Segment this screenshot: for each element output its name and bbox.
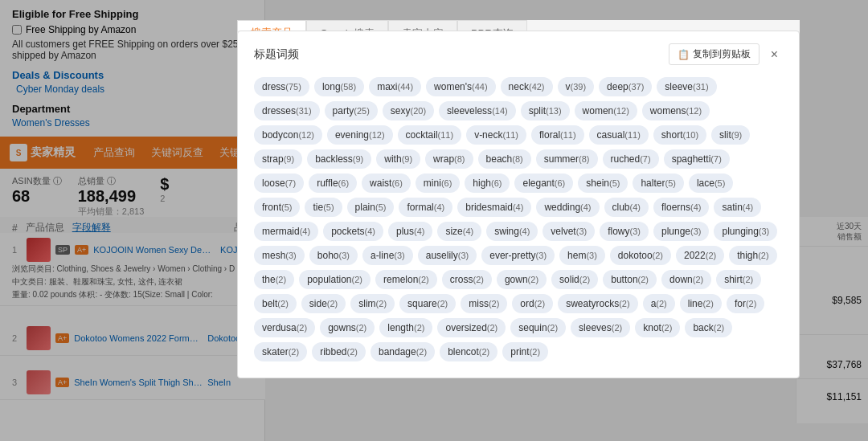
tag-item[interactable]: line(2) [680, 294, 722, 313]
tag-item[interactable]: v-neck(11) [466, 125, 526, 145]
copy-to-clipboard-button[interactable]: 📋 复制到剪贴板 [669, 43, 760, 65]
tag-item[interactable]: print(2) [502, 342, 548, 361]
tag-item[interactable]: slit(9) [711, 125, 750, 145]
tag-item[interactable]: population(2) [299, 270, 371, 289]
tag-item[interactable]: solid(2) [551, 270, 598, 289]
tag-item[interactable]: halter(5) [633, 174, 683, 193]
tag-item[interactable]: wrap(8) [425, 149, 473, 169]
tag-item[interactable]: floral(11) [531, 125, 584, 145]
tag-item[interactable]: shein(5) [578, 174, 628, 193]
tag-item[interactable]: ever-pretty(3) [481, 246, 555, 265]
tag-item[interactable]: neck(42) [501, 77, 553, 96]
tag-item[interactable]: tie(5) [305, 198, 342, 217]
tag-item[interactable]: length(2) [379, 318, 432, 337]
tag-item[interactable]: split(13) [521, 101, 570, 120]
tag-item[interactable]: ord(2) [512, 294, 553, 313]
tag-item[interactable]: down(2) [661, 270, 711, 289]
tag-item[interactable]: casual(11) [589, 125, 649, 145]
tag-item[interactable]: hem(3) [559, 246, 605, 265]
tag-item[interactable]: front(5) [254, 198, 300, 217]
tag-item[interactable]: verdusa(2) [254, 318, 315, 337]
tag-item[interactable]: backless(9) [307, 149, 371, 169]
tag-item[interactable]: cocktail(11) [398, 125, 462, 145]
tag-item[interactable]: side(2) [301, 294, 346, 313]
tag-item[interactable]: plain(5) [347, 198, 395, 217]
tag-item[interactable]: beach(8) [478, 149, 531, 169]
tag-item[interactable]: knot(2) [635, 318, 680, 337]
tag-item[interactable]: long(58) [314, 77, 364, 96]
tag-item[interactable]: cross(2) [442, 270, 492, 289]
tag-item[interactable]: button(2) [603, 270, 657, 289]
tag-item[interactable]: v(39) [558, 77, 595, 96]
tag-item[interactable]: auselily(3) [418, 246, 477, 265]
tag-item[interactable]: size(4) [437, 222, 481, 241]
tag-item[interactable]: high(6) [465, 174, 510, 193]
tag-item[interactable]: pockets(4) [323, 222, 383, 241]
tag-item[interactable]: dresses(31) [254, 101, 320, 120]
tag-item[interactable]: party(25) [325, 101, 378, 120]
tag-item[interactable]: plus(4) [388, 222, 432, 241]
tag-item[interactable]: lace(5) [689, 174, 733, 193]
tag-item[interactable]: spaghetti(7) [664, 149, 730, 169]
tag-item[interactable]: club(4) [604, 198, 649, 217]
tag-item[interactable]: bodycon(12) [254, 125, 322, 145]
tag-item[interactable]: floerns(4) [653, 198, 709, 217]
tag-item[interactable]: maxi(44) [369, 77, 421, 96]
tag-item[interactable]: sequin(2) [510, 318, 566, 337]
tag-item[interactable]: bandage(2) [371, 342, 435, 361]
tag-item[interactable]: gown(2) [497, 270, 547, 289]
tag-item[interactable]: the(2) [254, 270, 294, 289]
tag-item[interactable]: mermaid(4) [254, 222, 318, 241]
tag-item[interactable]: sleeveless(14) [439, 101, 516, 120]
tag-item[interactable]: short(10) [653, 125, 706, 145]
tag-item[interactable]: summer(8) [536, 149, 598, 169]
tag-item[interactable]: mini(6) [416, 174, 460, 193]
tag-item[interactable]: blencot(2) [440, 342, 497, 361]
tag-item[interactable]: wedding(4) [536, 198, 599, 217]
tag-item[interactable]: sweatyrocks(2) [558, 294, 637, 313]
tag-item[interactable]: for(2) [727, 294, 764, 313]
tag-item[interactable]: women's(44) [426, 77, 496, 96]
tag-item[interactable]: elegant(6) [514, 174, 573, 193]
tag-item[interactable]: dress(75) [254, 77, 309, 96]
tag-item[interactable]: plunge(3) [653, 222, 710, 241]
tag-item[interactable]: remelon(2) [375, 270, 437, 289]
tag-item[interactable]: deep(37) [599, 77, 652, 96]
tag-item[interactable]: strap(9) [254, 149, 302, 169]
tag-item[interactable]: oversized(2) [437, 318, 506, 337]
tag-item[interactable]: square(2) [399, 294, 456, 313]
close-button[interactable]: × [766, 46, 783, 63]
tag-item[interactable]: skater(2) [254, 342, 307, 361]
tag-item[interactable]: boho(3) [309, 246, 358, 265]
tag-item[interactable]: slim(2) [350, 294, 395, 313]
tag-item[interactable]: loose(7) [254, 174, 304, 193]
tag-item[interactable]: sleeve(31) [657, 77, 716, 96]
tag-item[interactable]: sleeves(2) [571, 318, 630, 337]
tag-item[interactable]: a-line(3) [362, 246, 413, 265]
tag-item[interactable]: miss(2) [461, 294, 507, 313]
tag-item[interactable]: formal(4) [399, 198, 452, 217]
tag-item[interactable]: satin(4) [714, 198, 761, 217]
tag-item[interactable]: ruched(7) [603, 149, 659, 169]
tag-item[interactable]: dokotoo(2) [610, 246, 671, 265]
tag-item[interactable]: women(12) [575, 101, 637, 120]
tag-item[interactable]: bridesmaid(4) [457, 198, 531, 217]
tag-item[interactable]: mesh(3) [254, 246, 305, 265]
tag-item[interactable]: plunging(3) [714, 222, 777, 241]
tag-item[interactable]: velvet(3) [542, 222, 595, 241]
tag-item[interactable]: thigh(2) [729, 246, 776, 265]
tag-item[interactable]: flowy(3) [600, 222, 649, 241]
tag-item[interactable]: ruffle(6) [309, 174, 357, 193]
tag-item[interactable]: with(9) [376, 149, 420, 169]
tag-item[interactable]: evening(12) [327, 125, 393, 145]
tag-item[interactable]: ribbed(2) [312, 342, 366, 361]
tag-item[interactable]: swing(4) [486, 222, 538, 241]
tag-item[interactable]: shirt(2) [716, 270, 761, 289]
tag-item[interactable]: gowns(2) [320, 318, 375, 337]
tag-item[interactable]: back(2) [685, 318, 732, 337]
tag-item[interactable]: a(2) [643, 294, 675, 313]
tag-item[interactable]: belt(2) [254, 294, 297, 313]
tag-item[interactable]: waist(6) [362, 174, 411, 193]
tag-item[interactable]: womens(12) [642, 101, 710, 120]
tag-item[interactable]: 2022(2) [676, 246, 724, 265]
